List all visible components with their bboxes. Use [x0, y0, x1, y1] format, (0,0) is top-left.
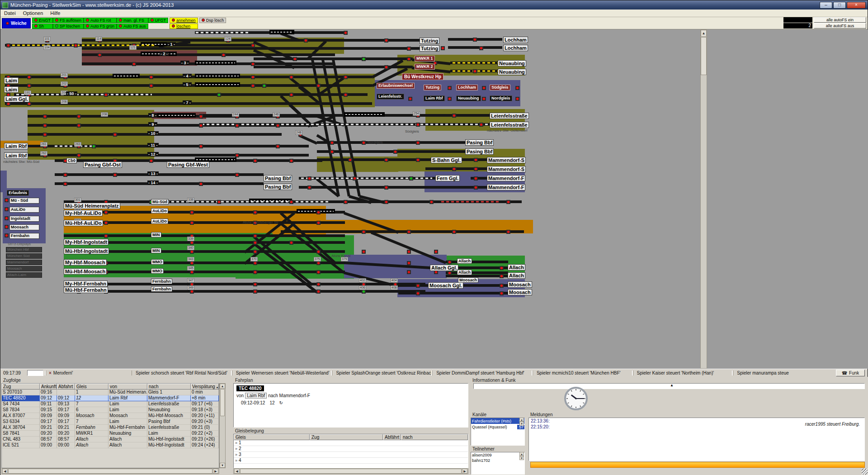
- table-row[interactable]: ALX 8700709:0909:09MoosachMoosachMü-Hbf-…: [2, 413, 219, 419]
- track-label[interactable]: Lochham: [456, 85, 478, 90]
- track-label[interactable]: Laim Rbf: [424, 95, 445, 101]
- zugfolge-column-header[interactable]: Zug: [2, 384, 40, 390]
- toolbar-button-group2-1[interactable]: löschen: [170, 24, 198, 29]
- scrollbar-thumb[interactable]: [220, 389, 225, 416]
- zugfolge-column-header[interactable]: von: [108, 384, 147, 390]
- track-label[interactable]: Leienfelsstr.: [377, 94, 404, 100]
- toolbar-button-group1-4[interactable]: Auto FS rot: [84, 18, 117, 23]
- track-label[interactable]: Bü Westkreuz Hp: [402, 73, 443, 80]
- scroll-up-icon[interactable]: ▲: [519, 452, 524, 456]
- expand-icon[interactable]: »: [235, 441, 237, 445]
- table-row[interactable]: S4 743409:1109:137LaimLeienfelsstraße09:…: [2, 401, 219, 407]
- teilnehmer-list-spinner[interactable]: ▲ ▼: [519, 452, 524, 460]
- zugfolge-column-header[interactable]: nach: [147, 384, 191, 390]
- gleisbelegung-column-header[interactable]: nach: [401, 434, 468, 440]
- scrollbar-thumb[interactable]: [701, 37, 707, 75]
- expand-icon[interactable]: »: [235, 458, 237, 463]
- toolbar-button-group1-8[interactable]: UFGT: [148, 18, 169, 23]
- track-label[interactable]: Ingolstadt: [9, 216, 39, 222]
- scroll-down-icon[interactable]: ▼: [519, 456, 524, 460]
- table-row[interactable]: CNL 48308:5708:57AllachAllachMü-Hbf-Ingo…: [2, 437, 219, 442]
- scroll-down-icon[interactable]: ▼: [519, 422, 524, 426]
- window-resize-grip[interactable]: [862, 469, 868, 475]
- track-label[interactable]: Erlaubniswechsel: [377, 83, 415, 89]
- autofs-button-0[interactable]: alle autoFS ein: [814, 17, 866, 23]
- track-label[interactable]: MWKR 1: [415, 56, 435, 62]
- menu-item-0[interactable]: Datei: [0, 10, 19, 16]
- minimize-button[interactable]: –: [820, 2, 832, 9]
- channel-item[interactable]: Quassel (#quassel)57: [471, 424, 524, 430]
- statusbar-input[interactable]: [27, 370, 43, 376]
- track-label[interactable]: Erlaubnis: [7, 190, 29, 196]
- toolbar-button-group2-0[interactable]: annehmen: [170, 18, 198, 23]
- toolbar-button-group1-1[interactable]: Sh: [32, 24, 53, 29]
- zugfolge-hscrollbar[interactable]: ◀ ▶: [1, 468, 219, 474]
- funk-button[interactable]: ☎ Funk: [836, 370, 865, 376]
- toolbar-button-group1-5[interactable]: Auto FS grün: [84, 24, 117, 29]
- track-label[interactable]: Nordgleis: [490, 95, 512, 101]
- expand-icon[interactable]: »: [235, 446, 237, 451]
- route-from[interactable]: Laim Rbf: [245, 393, 267, 399]
- table-row[interactable]: S3 633409:1709:177LaimPasing Bbf09:20 (+…: [2, 419, 219, 425]
- table-row[interactable]: TEC 4882009:1209:1212Laim RbfMammendorf-…: [2, 395, 219, 401]
- list-item[interactable]: »3: [234, 452, 468, 458]
- scrollbar-thumb[interactable]: [240, 469, 462, 474]
- slider-thumb-icon[interactable]: ▲: [670, 383, 674, 387]
- table-row[interactable]: S 20701009:161Mü-Süd Heimeran...Gleis 10…: [2, 390, 219, 395]
- weiche-button[interactable]: Weiche: [2, 18, 31, 28]
- scroll-down-icon[interactable]: ▼: [220, 463, 225, 468]
- scrollbar-thumb[interactable]: [8, 469, 212, 474]
- track-label[interactable]: AuLiDo: [9, 207, 39, 213]
- toolbar-button-group1-3[interactable]: SP löschen: [53, 24, 84, 29]
- list-item[interactable]: »2: [234, 446, 468, 452]
- toolbar-button-group1-0[interactable]: ErsGT: [32, 18, 53, 23]
- channel-list-spinner[interactable]: ▲ ▼: [519, 418, 524, 426]
- expand-icon[interactable]: »: [235, 452, 237, 457]
- menu-item-2[interactable]: Hilfe: [47, 10, 64, 16]
- scroll-right-icon[interactable]: ▶: [462, 469, 467, 474]
- funk-slider[interactable]: ▲: [473, 383, 865, 389]
- list-item[interactable]: »4: [234, 458, 468, 464]
- maximize-button[interactable]: □: [833, 2, 846, 9]
- menu-item-1[interactable]: Optionen: [19, 10, 47, 16]
- gleisbelegung-hscrollbar[interactable]: ◀ ▶: [233, 468, 468, 474]
- scroll-up-icon[interactable]: ▲: [519, 418, 524, 422]
- scroll-right-icon[interactable]: ▶: [213, 469, 218, 474]
- toolbar-button-group1-7[interactable]: Auto FS aus: [117, 24, 148, 29]
- list-item[interactable]: bahn1702: [471, 458, 524, 463]
- track-label[interactable]: Fernbahn: [9, 233, 39, 239]
- table-row[interactable]: S8 783409:1509:176LaimNeuaubing09:18 (+3…: [2, 407, 219, 413]
- close-button[interactable]: ×: [847, 2, 866, 9]
- gleisbelegung-column-header[interactable]: Zug: [310, 434, 383, 440]
- track-label[interactable]: MWKR 2: [415, 64, 435, 70]
- zugfolge-column-header[interactable]: Gleis: [75, 384, 108, 390]
- gleisbelegung-column-header[interactable]: Abfährt▲: [383, 434, 401, 440]
- track-label[interactable]: Neuaubing: [456, 95, 481, 101]
- zugfolge-vscrollbar[interactable]: ▲ ▼: [219, 383, 226, 468]
- zugfolge-column-header[interactable]: Ankunft: [40, 384, 57, 390]
- list-item[interactable]: »1: [234, 440, 468, 446]
- autofs-button-1[interactable]: alle autoFS aus: [814, 23, 866, 28]
- toolbar-button-group1-2[interactable]: FS auflösen: [53, 18, 84, 23]
- scroll-left-icon[interactable]: ◀: [234, 469, 240, 474]
- gleisbelegung-column-header[interactable]: Gleis: [234, 434, 310, 440]
- track-label[interactable]: Moosach: [9, 224, 39, 230]
- scroll-up-icon[interactable]: ▲: [220, 384, 225, 389]
- remove-icon[interactable]: ×: [49, 370, 52, 375]
- track-label[interactable]: Südgleis: [490, 85, 510, 90]
- track-label[interactable]: Tutzing: [424, 85, 441, 90]
- table-row[interactable]: ICE 52109:0009:00AllachAllachMü-Hbf-Ingo…: [2, 442, 219, 448]
- zugfolge-column-header[interactable]: Verspätung▲: [191, 384, 219, 390]
- list-item[interactable]: alisen2009: [471, 452, 524, 458]
- signal-number-tag: 202: [61, 81, 68, 86]
- scroll-left-icon[interactable]: ◀: [2, 469, 8, 474]
- scroll-up-icon[interactable]: ▲: [701, 30, 707, 37]
- track-vertical-scrollbar[interactable]: ▲ ▼: [700, 29, 707, 369]
- zugfolge-column-header[interactable]: Abfahrt: [57, 384, 75, 390]
- toolbar-button-group3-0[interactable]: Dsp lösch: [199, 18, 226, 23]
- track-label[interactable]: Mü - Süd: [9, 198, 39, 204]
- channel-item[interactable]: Fahrdienstleiter (#sts)57: [471, 418, 524, 424]
- table-row[interactable]: ALX 3870409:2109:21FernbahnMü-Hbf-Fernba…: [2, 425, 219, 431]
- table-row[interactable]: S8 784109:2009:20MWKR1NeuaubingLaim09:22…: [2, 431, 219, 437]
- toolbar-button-group1-6[interactable]: man. gl. FS: [117, 18, 148, 23]
